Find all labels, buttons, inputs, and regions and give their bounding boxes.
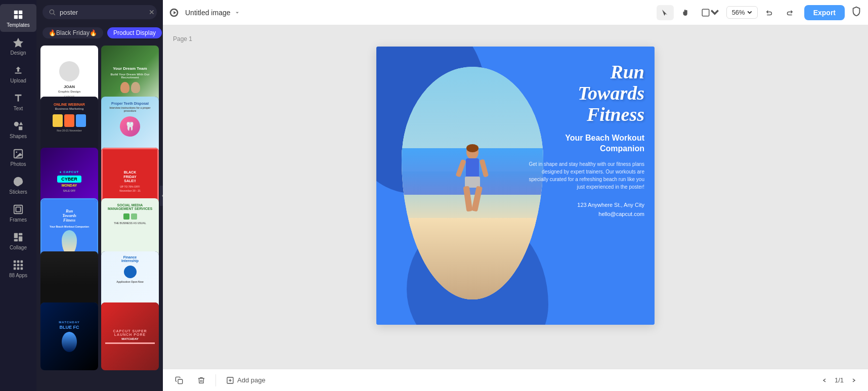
frame-icon: [701, 8, 710, 17]
svg-rect-18: [17, 264, 20, 267]
text-icon: [13, 93, 24, 104]
filter-tab-product-display[interactable]: Product Display: [107, 27, 162, 38]
panel-collapse-handle[interactable]: [160, 186, 163, 206]
poster-text-right: Run Towards Fitness Your Beach Workout C…: [523, 62, 644, 219]
export-button[interactable]: Export: [804, 5, 845, 20]
svg-rect-9: [16, 207, 20, 211]
poster-image-frame: [402, 67, 543, 299]
bottom-divider: [215, 374, 216, 386]
redo-button[interactable]: [781, 5, 798, 20]
prev-page-button[interactable]: [818, 374, 831, 386]
poster-design: Run Towards Fitness Your Beach Workout C…: [376, 47, 655, 325]
add-page-button[interactable]: Add page: [222, 374, 270, 386]
sidebar-item-label: Design: [10, 50, 26, 56]
svg-rect-20: [14, 268, 16, 270]
template-card[interactable]: CAPCUT SUPER LAUNCH PORE MATCHDAY: [101, 302, 159, 370]
sidebar-item-label: 88 Apps: [9, 273, 27, 278]
document-title[interactable]: Untitled image: [185, 9, 241, 17]
sidebar-item-shapes[interactable]: Shapes: [0, 115, 36, 143]
poster-body: Get in shape and stay healthy with our f…: [523, 160, 644, 191]
svg-rect-25: [702, 9, 709, 16]
sidebar-item-photos[interactable]: Photos: [0, 143, 36, 171]
topbar: Untitled image 56%: [163, 0, 868, 25]
filter-tab-black-friday[interactable]: 🔥Black Friday🔥: [42, 27, 103, 38]
zoom-button[interactable]: 56%: [726, 6, 758, 19]
sidebar-item-stickers[interactable]: Stickers: [0, 171, 36, 199]
svg-point-23: [50, 10, 54, 14]
search-area: ✕: [36, 0, 163, 24]
redo-icon: [785, 8, 794, 17]
svg-rect-21: [17, 268, 20, 270]
svg-rect-1: [19, 11, 22, 14]
upload-icon: [13, 65, 24, 76]
svg-rect-30: [463, 186, 473, 212]
frame-tool-button[interactable]: [697, 5, 723, 20]
trash-icon: [197, 376, 205, 384]
canvas-wrapper[interactable]: Run Towards Fitness Your Beach Workout C…: [376, 47, 655, 325]
svg-point-4: [14, 122, 19, 126]
svg-rect-2: [14, 15, 18, 19]
templates-grid: JOAN Graphic Design CAPCUT Your Dream Te…: [36, 44, 163, 391]
sidebar-item-label: Frames: [10, 217, 27, 223]
filter-tabs-container: 🔥Black Friday🔥 Product Display: [36, 24, 163, 44]
undo-button[interactable]: [761, 5, 778, 20]
svg-point-27: [466, 144, 479, 152]
templates-panel: ✕ 🔥Black Friday🔥 Product Display JOAN Gr…: [36, 0, 163, 391]
svg-rect-31: [471, 186, 483, 212]
search-icon: [49, 9, 56, 16]
template-card[interactable]: MATCHDAY BLUE FC: [40, 302, 98, 370]
search-box[interactable]: ✕: [42, 5, 157, 19]
main-content: Untitled image 56%: [163, 0, 868, 391]
sidebar-item-templates[interactable]: Templates: [0, 4, 36, 32]
cursor-icon: [661, 8, 670, 17]
select-tool-button[interactable]: [657, 5, 674, 20]
canvas-area[interactable]: Page 1: [163, 25, 868, 369]
svg-rect-12: [19, 236, 22, 241]
add-page-icon: [226, 376, 234, 384]
sidebar-item-label: Shapes: [10, 134, 27, 139]
sidebar-item-frames[interactable]: Frames: [0, 199, 36, 227]
search-input[interactable]: [60, 9, 145, 16]
svg-rect-32: [455, 159, 466, 178]
sidebar-item-upload[interactable]: Upload: [0, 60, 36, 88]
sidebar-item-label: Stickers: [9, 189, 27, 195]
sidebar-item-collage[interactable]: Collage: [0, 227, 36, 254]
sidebar-item-design[interactable]: Design: [0, 32, 36, 60]
sidebar-item-label: Collage: [10, 245, 27, 250]
sidebar-item-label: Photos: [10, 161, 26, 167]
svg-rect-0: [14, 11, 18, 14]
svg-rect-33: [480, 159, 489, 178]
svg-rect-14: [14, 260, 16, 263]
svg-rect-34: [178, 379, 183, 384]
svg-rect-3: [19, 15, 22, 19]
page-navigation: 1/1: [818, 374, 860, 386]
bottom-bar: Add page 1/1: [163, 369, 868, 391]
shield-icon: [851, 6, 862, 19]
sidebar-item-text[interactable]: Text: [0, 88, 36, 115]
grid-icon: [13, 9, 24, 20]
delete-page-button[interactable]: [193, 374, 209, 386]
hand-tool-button[interactable]: [677, 5, 694, 20]
duplicate-page-button[interactable]: [171, 374, 187, 386]
poster-contact: 123 Anywhere St., Any City hello@capcut.…: [523, 201, 644, 219]
svg-rect-17: [14, 264, 16, 267]
hand-icon: [681, 8, 690, 17]
toolbar: 56%: [657, 5, 798, 20]
svg-rect-13: [14, 239, 18, 242]
app-logo: [169, 8, 179, 18]
next-page-button[interactable]: [848, 374, 860, 386]
poster-subtitle: Your Beach Workout Companion: [523, 133, 644, 154]
photos-icon: [13, 148, 24, 159]
runner-figure: [452, 143, 493, 234]
svg-rect-10: [14, 233, 18, 238]
chevron-down-icon: [234, 9, 241, 16]
svg-rect-11: [19, 233, 22, 236]
page-label: Page 1: [173, 35, 192, 42]
sidebar-item-label: Text: [14, 106, 23, 111]
collage-icon: [13, 232, 24, 243]
sidebar-item-label: Upload: [10, 78, 26, 83]
search-clear-button[interactable]: ✕: [149, 8, 155, 16]
sidebar-item-apps[interactable]: 88 Apps: [0, 254, 36, 282]
frames-icon: [13, 204, 24, 215]
apps-icon: [13, 259, 24, 271]
